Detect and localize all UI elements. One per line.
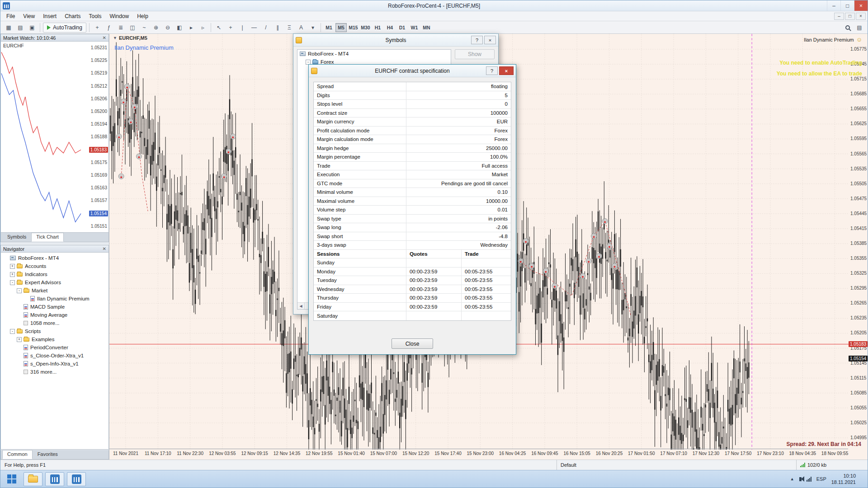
horizontal-line-button[interactable]: — [249, 23, 259, 33]
line-chart-button[interactable]: ~ [139, 23, 150, 33]
candlestick-chart-button[interactable]: ◫ [127, 23, 138, 33]
spec-help-button[interactable]: ? [486, 66, 498, 75]
symbols-help-button[interactable]: ? [471, 36, 483, 44]
timeframe-w1-button[interactable]: W1 [409, 23, 420, 32]
tree-item-market[interactable]: -Market [1, 286, 108, 295]
volume-icon[interactable] [799, 477, 802, 481]
tray-clock[interactable]: 10:10 18.11.2021 [831, 473, 858, 486]
symbols-close-button[interactable]: × [484, 36, 496, 44]
chart-list-button[interactable]: ▤ [854, 23, 865, 33]
symbols-show-button[interactable]: Show [455, 49, 495, 59]
timeframe-d1-button[interactable]: D1 [396, 23, 408, 32]
tab-tick-chart[interactable]: Tick Chart [31, 233, 64, 242]
collapse-toggle-icon[interactable]: - [10, 280, 15, 285]
vertical-line-button[interactable]: | [237, 23, 248, 33]
timeframe-h4-button[interactable]: H4 [384, 23, 396, 32]
collapse-toggle-icon[interactable]: - [10, 329, 15, 334]
tab-favorites[interactable]: Favorites [33, 450, 63, 459]
timeframe-m5-button[interactable]: M5 [335, 23, 347, 32]
zoom-in-button[interactable]: ⊕ [151, 23, 161, 33]
market-watch-header[interactable]: Market Watch: 10:10:46 ✕ [0, 34, 109, 42]
navigator-header[interactable]: Navigator ✕ [0, 245, 109, 253]
mdi-minimize-button[interactable]: – [834, 13, 844, 20]
chart-shift-button[interactable]: ▹ [198, 23, 208, 33]
layouts-button[interactable]: ▣ [27, 23, 38, 33]
mdi-close-button[interactable]: × [856, 13, 866, 20]
tree-item-s-open-info-xtra-v1[interactable]: s_Open-Info-Xtra_v1 [1, 360, 108, 368]
tree-item-accounts[interactable]: +Accounts [1, 262, 108, 270]
menu-view[interactable]: View [19, 12, 39, 20]
ea-smiley-icon[interactable]: ☺ [856, 37, 862, 42]
profiles-button[interactable]: ▤ [15, 23, 26, 33]
collapse-toggle-icon[interactable]: - [17, 288, 22, 293]
close-button[interactable]: × [854, 0, 868, 11]
tile-windows-button[interactable]: ◧ [174, 23, 185, 33]
tree-item-macd-sample[interactable]: MACD Sample [1, 303, 108, 311]
network-icon[interactable] [807, 477, 811, 482]
symbols-dialog-titlebar[interactable]: Symbols ? × [293, 34, 498, 47]
taskbar-mt4-button-2[interactable] [67, 472, 86, 486]
tab-symbols[interactable]: Symbols [2, 233, 31, 242]
autotrading-button[interactable]: AutoTrading [43, 23, 86, 33]
fibonacci-button[interactable]: Ξ [284, 23, 295, 33]
tree-item-316-more-[interactable]: 316 more... [1, 368, 108, 376]
mdi-restore-button[interactable]: □ [845, 13, 855, 20]
new-order-button[interactable]: + [92, 23, 103, 33]
tree-item-examples[interactable]: +Examples [1, 335, 108, 343]
search-button[interactable] [842, 23, 853, 33]
spec-dialog-titlebar[interactable]: EURCHF contract specification ? × [309, 65, 516, 77]
expand-toggle-icon[interactable]: + [17, 337, 22, 342]
menu-tools[interactable]: Tools [85, 12, 106, 20]
tree-item-scripts[interactable]: -Scripts [1, 327, 108, 335]
symbols-tree-root[interactable]: RoboForex - MT4 [297, 50, 451, 58]
taskbar-explorer-button[interactable] [24, 472, 42, 486]
tree-item-1058-more-[interactable]: 1058 more... [1, 319, 108, 327]
tree-item-ilan-dynamic-premium[interactable]: Ilan Dynamic Premium [1, 295, 108, 303]
tree-item-roboforex-mt4[interactable]: RoboForex - MT4 [1, 254, 108, 262]
timeframe-h1-button[interactable]: H1 [372, 23, 383, 32]
tree-item-expert-advisors[interactable]: -Expert Advisors [1, 278, 108, 286]
shapes-dropdown-button[interactable]: ▾ [307, 23, 318, 33]
new-chart-button[interactable]: ▦ [3, 23, 14, 33]
tree-item-indicators[interactable]: +Indicators [1, 270, 108, 278]
tree-item-s-close-order-xtra-v1[interactable]: s_Close-Order-Xtra_v1 [1, 352, 108, 360]
expand-toggle-icon[interactable]: + [10, 264, 15, 269]
equidistant-channel-button[interactable]: ∥ [272, 23, 283, 33]
tray-chevron-up-icon[interactable]: ▲ [790, 477, 794, 481]
trendline-button[interactable]: / [260, 23, 271, 33]
crosshair-button[interactable]: + [225, 23, 236, 33]
market-watch-close-icon[interactable]: ✕ [103, 36, 106, 40]
menu-charts[interactable]: Charts [61, 12, 85, 20]
timeframe-mn-button[interactable]: MN [421, 23, 432, 32]
cursor-button[interactable]: ↖ [213, 23, 224, 33]
tree-item-moving-average[interactable]: Moving Average [1, 311, 108, 319]
spec-close-button[interactable]: Close [392, 338, 433, 349]
menu-insert[interactable]: Insert [39, 12, 61, 20]
zoom-out-button[interactable]: ⊖ [162, 23, 173, 33]
navigator-close-icon[interactable]: ✕ [103, 247, 106, 251]
text-label-button[interactable]: A [296, 23, 307, 33]
status-connection[interactable]: 102/0 kb [796, 460, 868, 470]
timeframe-m15-button[interactable]: M15 [348, 23, 359, 32]
restore-button[interactable]: □ [840, 0, 854, 11]
timeframe-m30-button[interactable]: M30 [360, 23, 371, 32]
bar-chart-button[interactable]: ≣ [115, 23, 126, 33]
taskbar-mt4-button-1[interactable] [45, 472, 64, 486]
spec-close-x-button[interactable]: × [499, 66, 514, 75]
minimize-button[interactable]: – [827, 0, 840, 11]
status-profile[interactable]: Default [557, 460, 796, 470]
tab-common[interactable]: Common [2, 450, 33, 459]
ea-name-label[interactable]: Ilan Dynamic Premium ☺ [804, 37, 862, 42]
menu-help[interactable]: Help [133, 12, 152, 20]
expand-toggle-icon[interactable]: + [10, 272, 15, 277]
collapse-toggle-icon[interactable]: - [306, 60, 311, 65]
menu-file[interactable]: File [2, 12, 19, 20]
indicators-button[interactable]: ƒ [104, 23, 114, 33]
auto-scroll-button[interactable]: ▸ [186, 23, 197, 33]
chart-symbol-tab[interactable]: ▼ EURCHF,M5 [113, 35, 147, 41]
tree-item-periodconverter[interactable]: PeriodConverter [1, 343, 108, 352]
keyboard-language[interactable]: ESP [816, 476, 826, 482]
menu-window[interactable]: Window [106, 12, 133, 20]
start-button[interactable] [3, 472, 21, 486]
scroll-left-icon[interactable]: ◀ [297, 303, 305, 309]
